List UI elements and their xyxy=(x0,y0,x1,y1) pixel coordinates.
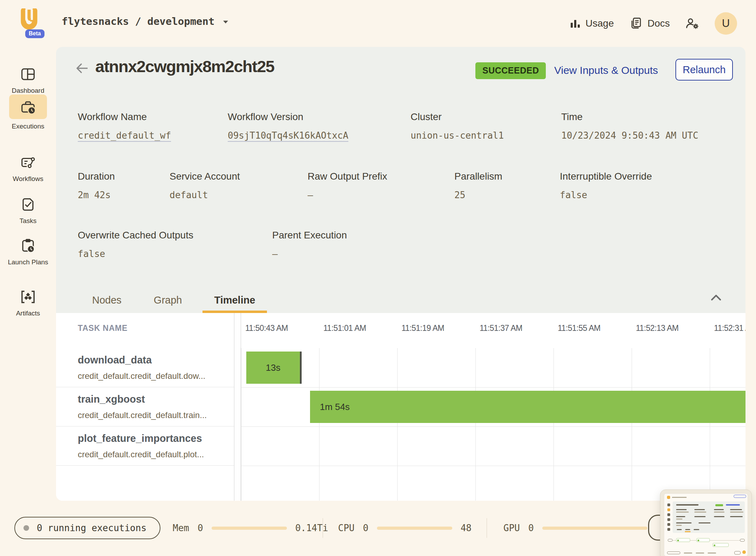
gpu-label: GPU xyxy=(503,523,520,533)
meta-label: Workflow Name xyxy=(78,111,171,123)
gantt-bar-train-xgboost[interactable]: 1m 54s xyxy=(310,391,745,423)
usage-nav[interactable]: Usage xyxy=(570,18,614,29)
sidebar-label-executions: Executions xyxy=(0,122,56,131)
minimap-page xyxy=(664,493,748,556)
tab-bar: Nodes Graph Timeline xyxy=(56,287,255,313)
avatar[interactable]: U xyxy=(715,12,737,35)
tasks-icon xyxy=(20,197,36,212)
usage-label: Usage xyxy=(585,18,614,29)
meta-service-account: Service Account default xyxy=(170,171,240,200)
gridline xyxy=(475,348,476,501)
time-tick: 11:51:55 AM xyxy=(558,324,600,333)
cpu-meter: CPU 0 48 xyxy=(338,517,472,539)
chevron-up-icon[interactable] xyxy=(710,293,722,302)
union-logo[interactable]: Beta xyxy=(16,8,42,37)
meta-interruptible-override: Interruptible Override false xyxy=(560,171,652,200)
sidebar-item-workflows[interactable]: Workflows xyxy=(0,155,56,183)
meta-value: 10/23/2024 9:50:43 AM UTC xyxy=(561,130,698,141)
meta-value: union-us-central1 xyxy=(411,130,504,141)
chevron-down-icon xyxy=(222,20,229,24)
task-name: plot_feature_importances xyxy=(78,433,234,444)
relaunch-button[interactable]: Relaunch xyxy=(675,59,733,81)
cpu-min: 0 xyxy=(363,523,369,533)
meta-label: Parallelism xyxy=(454,171,502,182)
bar-chart-icon xyxy=(570,18,580,29)
gridline xyxy=(632,348,632,501)
meta-label: Overwrite Cached Outputs xyxy=(78,230,193,241)
meta-label: Cluster xyxy=(411,111,504,123)
cpu-track xyxy=(377,527,452,530)
sidebar-label-workflows: Workflows xyxy=(0,175,56,183)
sidebar-item-artifacts[interactable]: Artifacts xyxy=(0,289,56,318)
tab-graph[interactable]: Graph xyxy=(154,287,182,313)
running-executions-label: 0 running executions xyxy=(37,523,146,533)
meta-duration: Duration 2m 42s xyxy=(78,171,115,200)
meta-raw-output-prefix: Raw Output Prefix – xyxy=(308,171,387,200)
meta-label: Raw Output Prefix xyxy=(308,171,387,182)
executions-icon xyxy=(20,99,36,114)
running-executions-pill[interactable]: 0 running executions xyxy=(14,517,160,539)
minimap-graph-node xyxy=(713,543,729,547)
meta-value: – xyxy=(272,249,347,259)
row-divider xyxy=(241,466,745,466)
docs-label: Docs xyxy=(647,18,670,29)
gpu-track xyxy=(542,527,647,530)
meta-value: default xyxy=(170,190,240,200)
row-divider xyxy=(241,426,745,427)
view-inputs-outputs-link[interactable]: View Inputs & Outputs xyxy=(554,64,658,76)
mem-max: 0.14Ti xyxy=(295,523,328,533)
cpu-max: 48 xyxy=(461,523,472,533)
workflows-icon xyxy=(20,155,36,170)
gridline xyxy=(241,348,241,501)
cpu-label: CPU xyxy=(338,523,355,533)
sidebar-item-executions[interactable]: Executions xyxy=(0,95,56,131)
workflow-name-link[interactable]: credit_default_wf xyxy=(78,130,171,141)
top-bar: Beta flytesnacks / development Usage Doc xyxy=(0,0,756,47)
meta-label: Service Account xyxy=(170,171,240,182)
row-divider xyxy=(241,387,745,388)
meta-value: 2m 42s xyxy=(78,190,115,200)
executions-active-tile xyxy=(9,95,47,119)
breadcrumb[interactable]: flytesnacks / development xyxy=(62,15,229,27)
column-splitter[interactable] xyxy=(234,313,241,501)
task-row-plot-feature-importances[interactable]: plot_feature_importances credit_default.… xyxy=(56,426,234,466)
task-subtitle: credit_default.credit_default.dow... xyxy=(78,371,234,381)
meta-workflow-version: Workflow Version 09sjT10qTq4sK16kAOtxcA xyxy=(228,111,348,141)
task-row-download-data[interactable]: download_data credit_default.credit_defa… xyxy=(56,348,234,387)
time-tick: 11:52:13 AM xyxy=(636,324,679,333)
task-row-train-xgboost[interactable]: train_xgboost credit_default.credit_defa… xyxy=(56,387,234,426)
tab-nodes[interactable]: Nodes xyxy=(92,287,122,313)
user-gear-icon[interactable] xyxy=(685,17,699,30)
task-name-header: TASK NAME xyxy=(78,324,128,333)
time-tick: 11:51:37 AM xyxy=(480,324,522,333)
status-badge: SUCCEEDED xyxy=(475,62,546,79)
top-nav: Usage Docs U xyxy=(570,0,737,47)
sidebar-item-launch-plans[interactable]: Launch Plans xyxy=(0,237,56,266)
screen-preview-thumbnail[interactable] xyxy=(660,489,752,556)
meta-label: Interruptible Override xyxy=(560,171,652,182)
docs-nav[interactable]: Docs xyxy=(629,17,670,30)
execution-detail-panel: atnnx2cwgmjx8m2cht25 SUCCEEDED View Inpu… xyxy=(56,47,745,501)
breadcrumb-text: flytesnacks / development xyxy=(62,15,215,27)
gantt-bar-download-data[interactable]: 13s xyxy=(246,352,302,384)
mem-label: Mem xyxy=(173,523,189,533)
meta-parent-execution: Parent Execution – xyxy=(272,230,347,259)
gpu-meter: GPU 0 4 xyxy=(503,517,661,539)
minimap-blue-pill xyxy=(734,495,746,498)
sidebar-label-tasks: Tasks xyxy=(0,217,56,225)
gpu-min: 0 xyxy=(528,523,534,533)
avatar-initial: U xyxy=(722,17,730,30)
sidebar-item-dashboard[interactable]: Dashboard xyxy=(0,67,56,95)
back-arrow-icon[interactable] xyxy=(74,61,90,76)
task-subtitle: credit_default.credit_default.train... xyxy=(78,410,234,420)
time-tick: 11:50:43 AM xyxy=(245,324,288,333)
sidebar-item-tasks[interactable]: Tasks xyxy=(0,197,56,225)
minimap-graph-node xyxy=(696,538,710,542)
bar-duration-label: 13s xyxy=(266,362,281,373)
task-name: train_xgboost xyxy=(78,394,234,405)
tab-timeline[interactable]: Timeline xyxy=(214,287,255,313)
docs-icon xyxy=(629,17,642,30)
meta-value: false xyxy=(78,249,193,259)
workflow-version-link[interactable]: 09sjT10qTq4sK16kAOtxcA xyxy=(228,130,348,141)
meta-label: Duration xyxy=(78,171,115,182)
